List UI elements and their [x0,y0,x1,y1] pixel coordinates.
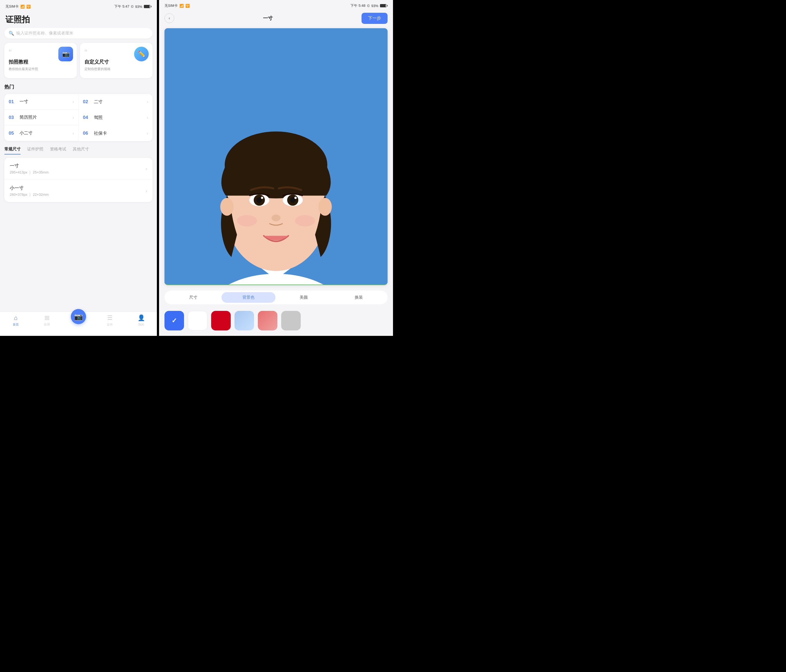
pencil-icon: ✏️ [134,47,149,61]
size-arrow-yicun: › [146,167,147,172]
card-sub-1: 教你拍出最美证件照 [9,67,72,71]
time-left: 下午 5:47 [114,4,129,9]
id-icon: ☰ [107,315,113,321]
next-button[interactable]: 下一步 [362,13,388,24]
tab-id-passport[interactable]: 证件护照 [27,146,43,154]
status-bar-left: 无SIM卡 📶 🛜 下午 5:47 © 93% [0,0,157,12]
hot-arrow-01: › [73,100,74,104]
tool-tab-beauty[interactable]: 美颜 [277,292,331,303]
carrier-right: 无SIM卡 [165,3,178,8]
hot-num-04: 04 [83,115,91,120]
home-icon: ⌂ [14,315,17,321]
camera-button[interactable]: 📷 [71,309,86,324]
size-item-yicun[interactable]: 一寸 295×413px ｜ 25×35mm › [4,158,152,180]
size-item-xiaoyicun[interactable]: 小一寸 260×378px ｜ 22×32mm › [4,180,152,202]
size-arrow-xiaoyicun: › [146,189,147,194]
color-section [159,304,393,336]
hot-item-03[interactable]: 03 简历照片 › [4,110,79,126]
time-right: 下午 5:48 [351,3,365,8]
feature-card-custom[interactable]: " 自定义尺寸 定制你想要的规格 ✏️ [80,43,152,78]
hot-num-01: 01 [9,99,17,104]
page-title: 证照拍 [0,12,157,28]
swatch-lightblue[interactable] [234,311,254,330]
hot-item-01[interactable]: 01 一寸 › [4,94,79,110]
hot-name-06: 社保卡 [94,131,147,136]
card-sub-2: 定制你想要的规格 [85,67,148,71]
svg-point-15 [237,215,257,226]
hot-item-02[interactable]: 02 二寸 › [79,94,153,110]
hot-item-05[interactable]: 05 小二寸 › [4,126,79,141]
gps-icon-right: © [367,4,369,8]
hot-section-label: 热门 [0,83,157,94]
tab-regular-size[interactable]: 常规尺寸 [4,146,20,154]
status-right-left: 下午 5:47 © 93% [114,4,151,9]
svg-point-9 [261,197,263,199]
size-detail-xiaoyicun: 260×378px ｜ 22×32mm [10,192,147,197]
right-title: 一寸 [263,15,273,22]
tab-other-size[interactable]: 其他尺寸 [73,146,89,154]
photo-display [165,28,388,285]
tab-qualification[interactable]: 资格考试 [50,146,66,154]
photo-container [165,28,388,285]
tool-tab-outfit[interactable]: 换装 [332,292,386,303]
tab-bar-profile[interactable]: 👤 我的 [126,315,157,327]
category-tabs: 常规尺寸 证件护照 资格考试 其他尺寸 [0,146,157,154]
swatch-red[interactable] [211,311,231,330]
search-icon: 🔍 [9,31,14,36]
profile-icon: 👤 [138,315,145,321]
right-header: ‹ 一寸 下一步 [159,11,393,28]
battery-pct-left: 93% [135,5,142,9]
tool-tab-size[interactable]: 尺寸 [166,292,220,303]
size-name-xiaoyicun: 小一寸 [10,185,147,191]
status-bar-right: 无SIM卡 📶 🛜 下午 5:48 © 93% [159,0,393,11]
back-button[interactable]: ‹ [165,13,174,23]
hot-name-05: 小二寸 [20,130,73,136]
feature-card-tutorial[interactable]: " 拍照教程 教你拍出最美证件照 📷 [4,43,77,78]
portrait-svg [165,28,388,285]
search-bar[interactable]: 🔍 输入证件照名称、像素或者厘米 [4,28,152,39]
left-panel: 无SIM卡 📶 🛜 下午 5:47 © 93% 证照拍 🔍 输入证件照名称、像素… [0,0,157,336]
tab-bar-home-label: 首页 [13,323,19,327]
tab-bar-profile-label: 我的 [138,323,144,327]
hot-arrow-05: › [73,131,74,135]
tool-tab-bgcolor[interactable]: 背景色 [222,292,276,303]
swatch-gradient-red[interactable] [258,311,277,330]
tab-bar-camera[interactable]: 📷 [63,315,94,324]
hot-num-06: 06 [83,131,91,136]
hot-name-02: 二寸 [94,99,147,105]
signal-icon-left: 📶 [20,5,25,9]
status-left: 无SIM卡 📶 🛜 [5,4,31,9]
back-icon: ‹ [168,16,170,20]
hot-num-05: 05 [9,131,17,136]
camera-icon: 📷 [58,47,73,61]
hot-num-02: 02 [83,99,91,104]
carrier-left: 无SIM卡 [5,4,19,9]
tab-bar-apps[interactable]: ⊞ 应用 [31,315,63,327]
battery-pct-right: 93% [371,4,378,8]
tab-bar: ⌂ 首页 ⊞ 应用 📷 ☰ 证件 👤 我的 [0,312,157,336]
panel-divider [157,0,159,336]
status-left-right: 无SIM卡 📶 🛜 [165,3,190,8]
camera-btn-icon: 📷 [74,313,83,321]
gps-icon-left: © [131,5,134,9]
swatch-white[interactable] [188,311,208,330]
hot-item-04[interactable]: 04 驾照 › [79,110,153,126]
size-list: 一寸 295×413px ｜ 25×35mm › 小一寸 260×378px ｜… [4,158,152,202]
svg-point-13 [294,197,297,199]
svg-point-17 [220,198,234,216]
swatch-blue[interactable] [165,311,184,330]
tab-bar-home[interactable]: ⌂ 首页 [0,315,31,327]
tool-tabs: 尺寸 背景色 美颜 换装 [165,291,388,304]
tab-bar-id[interactable]: ☰ 证件 [94,315,126,327]
size-name-yicun: 一寸 [10,163,147,169]
hot-arrow-02: › [147,100,148,104]
tab-bar-id-label: 证件 [107,323,113,327]
swatch-gray[interactable] [281,311,301,330]
hot-row-1: 01 一寸 › 02 二寸 › [4,94,152,110]
hot-item-06[interactable]: 06 社保卡 › [79,126,153,141]
hot-row-2: 03 简历照片 › 04 驾照 › [4,110,152,126]
hot-arrow-04: › [147,115,148,120]
hot-row-3: 05 小二寸 › 06 社保卡 › [4,126,152,141]
feature-cards: " 拍照教程 教你拍出最美证件照 📷 " 自定义尺寸 定制你想要的规格 ✏️ [0,43,157,83]
tab-bar-apps-label: 应用 [44,323,50,327]
